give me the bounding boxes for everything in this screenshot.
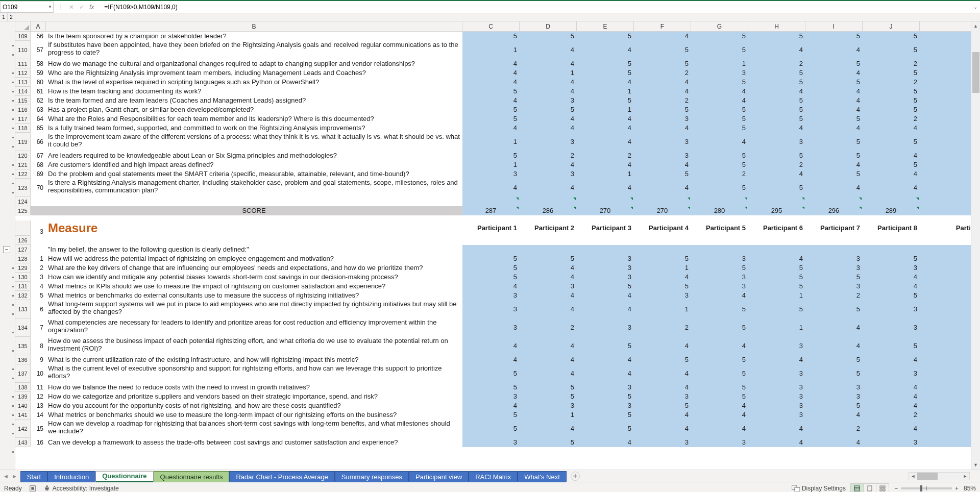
data-cell[interactable]: 4 [691, 133, 748, 151]
row-header[interactable]: 128 [15, 254, 31, 263]
score-cell[interactable]: 295 [748, 206, 805, 215]
score-cell[interactable]: 280 [691, 206, 748, 215]
data-cell[interactable]: 4 [520, 114, 577, 124]
data-cell[interactable]: 4 [863, 420, 920, 438]
row-header[interactable]: 140 [15, 401, 31, 410]
participant-header[interactable]: Participant 5 [691, 220, 748, 236]
data-cell[interactable]: 4 [634, 179, 691, 197]
data-cell[interactable]: 5 [462, 254, 520, 263]
question-cell[interactable]: Is the improvement team aware of the dif… [46, 133, 462, 151]
data-cell[interactable]: 5 [805, 151, 863, 160]
question-cell[interactable]: How will we address the potential impact… [46, 254, 462, 263]
data-cell[interactable]: 3 [634, 438, 691, 447]
row-header[interactable]: 134 [15, 318, 31, 337]
data-cell[interactable]: 5 [863, 68, 920, 78]
question-cell[interactable]: How do we categorize and prioritize supp… [46, 392, 462, 401]
data-cell[interactable]: 4 [577, 114, 634, 124]
index-cell[interactable]: 4 [31, 282, 46, 291]
data-cell[interactable]: 5 [748, 68, 805, 78]
data-cell[interactable]: 4 [863, 355, 920, 364]
data-cell[interactable]: 4 [920, 291, 977, 300]
data-cell[interactable]: 5 [520, 383, 577, 392]
row-header[interactable]: 121 [15, 160, 31, 169]
data-cell[interactable]: 4 [863, 282, 920, 291]
index-cell[interactable]: 61 [31, 87, 46, 96]
data-cell[interactable]: 5 [691, 383, 748, 392]
data-cell[interactable]: 5 [805, 300, 863, 318]
data-cell[interactable]: 1 [462, 41, 520, 59]
index-cell[interactable]: 63 [31, 105, 46, 114]
participant-header[interactable]: Participant 7 [805, 220, 863, 236]
display-settings-button[interactable]: Display Settings [792, 485, 846, 492]
question-cell[interactable]: What metrics or benchmarks should we use… [46, 410, 462, 420]
data-cell[interactable]: 4 [863, 392, 920, 401]
data-cell[interactable]: 5 [863, 32, 920, 41]
data-cell[interactable]: 5 [805, 133, 863, 151]
data-cell[interactable]: 4 [577, 364, 634, 383]
data-cell[interactable]: 4 [805, 105, 863, 114]
data-cell[interactable]: 2 [805, 420, 863, 438]
data-cell[interactable]: 1 [520, 68, 577, 78]
data-cell[interactable]: 4 [691, 87, 748, 96]
data-cell[interactable]: 5 [691, 160, 748, 169]
row-header[interactable]: 143 [15, 438, 31, 447]
data-cell[interactable]: 4 [748, 355, 805, 364]
data-cell[interactable]: 4 [520, 59, 577, 68]
data-cell[interactable]: 3 [920, 254, 977, 263]
data-cell[interactable]: 4 [805, 124, 863, 133]
data-cell[interactable]: 3 [462, 169, 520, 179]
data-cell[interactable]: 5 [577, 337, 634, 355]
zoom-slider[interactable]: − + [894, 485, 959, 492]
zoom-in-button[interactable]: + [955, 485, 959, 492]
row-header[interactable]: 109 [15, 32, 31, 41]
data-cell[interactable]: 3 [920, 392, 977, 401]
data-cell[interactable]: 4 [520, 263, 577, 273]
data-cell[interactable]: 3 [863, 263, 920, 273]
fx-icon[interactable]: fx [89, 4, 97, 11]
hscroll-left-icon[interactable]: ◄ [909, 474, 917, 479]
index-cell[interactable]: 66 [31, 133, 46, 151]
hscroll-thumb[interactable] [917, 473, 938, 480]
participant-header[interactable]: Participant 3 [577, 220, 634, 236]
data-cell[interactable]: 5 [920, 179, 977, 197]
view-page-layout-button[interactable] [863, 483, 876, 493]
data-cell[interactable]: 4 [520, 41, 577, 59]
row-header[interactable]: 120 [15, 151, 31, 160]
data-cell[interactable]: 2 [634, 68, 691, 78]
data-cell[interactable]: 3 [520, 169, 577, 179]
data-cell[interactable]: 5 [577, 410, 634, 420]
col-header-H[interactable]: H [748, 21, 805, 31]
data-cell[interactable]: 2 [577, 151, 634, 160]
data-cell[interactable]: 4 [863, 383, 920, 392]
row-header[interactable]: 117 [15, 114, 31, 124]
data-cell[interactable]: 5 [863, 337, 920, 355]
question-cell[interactable]: Is the team formed and are team leaders … [46, 96, 462, 105]
data-cell[interactable]: 5 [748, 282, 805, 291]
index-cell[interactable]: 65 [31, 124, 46, 133]
data-cell[interactable]: 4 [577, 160, 634, 169]
data-cell[interactable]: 3 [691, 273, 748, 282]
question-cell[interactable]: What competencies are necessary for lead… [46, 318, 462, 337]
data-cell[interactable]: 3 [748, 410, 805, 420]
data-cell[interactable]: 5 [748, 151, 805, 160]
data-cell[interactable]: 2 [748, 160, 805, 169]
data-cell[interactable]: 4 [462, 179, 520, 197]
question-cell[interactable]: Can we develop a framework to assess the… [46, 438, 462, 447]
data-cell[interactable]: 2 [863, 59, 920, 68]
row-header[interactable]: 130 [15, 273, 31, 282]
col-header-A[interactable]: A [31, 21, 46, 31]
data-cell[interactable]: 5 [805, 78, 863, 87]
data-cell[interactable]: 4 [634, 273, 691, 282]
data-cell[interactable]: 5 [748, 32, 805, 41]
data-cell[interactable]: 5 [863, 133, 920, 151]
data-cell[interactable]: 5 [748, 300, 805, 318]
row-header[interactable]: 141 [15, 410, 31, 420]
data-cell[interactable]: 5 [462, 383, 520, 392]
sheet-tab[interactable]: Summary responses [335, 471, 409, 482]
data-cell[interactable]: 1 [462, 160, 520, 169]
data-cell[interactable]: 5 [863, 105, 920, 114]
index-cell[interactable]: 68 [31, 160, 46, 169]
data-cell[interactable]: 5 [920, 124, 977, 133]
data-cell[interactable]: 4 [863, 179, 920, 197]
index-cell[interactable]: 7 [31, 318, 46, 337]
